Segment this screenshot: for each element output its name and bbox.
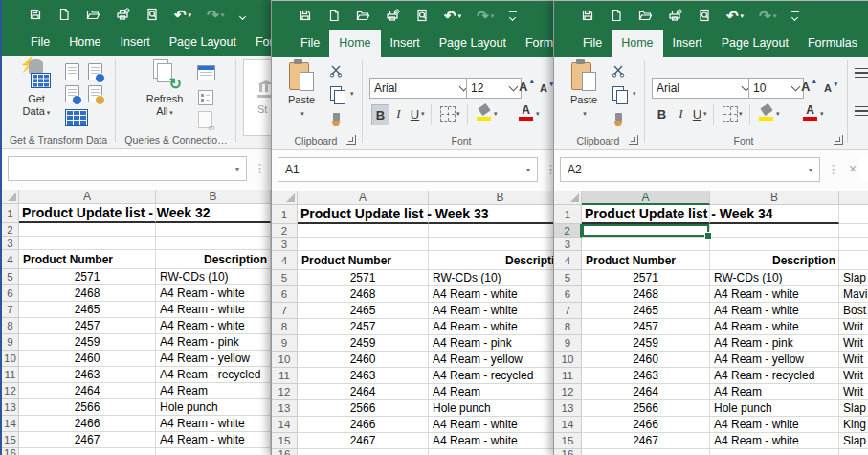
cell-B14[interactable]: A4 Ream - white [710, 417, 839, 433]
cell-B8[interactable]: A4 Ream - white [429, 319, 554, 335]
cell-A13[interactable]: 2566 [298, 400, 429, 417]
cell-A1[interactable]: Product Update list - Week 33 [298, 205, 429, 224]
bold-button[interactable]: B [371, 104, 389, 125]
save-icon[interactable] [299, 9, 312, 22]
cell-A11[interactable]: 2463 [582, 368, 710, 384]
customize-qat-icon[interactable] [791, 14, 799, 16]
row-header-13[interactable]: 13 [554, 400, 582, 417]
tab-formulas[interactable]: Formulas [798, 30, 867, 57]
cell-B13[interactable]: Hole punch [710, 400, 839, 417]
row-header-1[interactable]: 1 [554, 205, 582, 224]
tab-page-layout[interactable]: Page Layout [712, 30, 798, 57]
row-header-6[interactable]: 6 [2, 285, 19, 302]
borders-dropdown-icon[interactable]: ▾ [456, 110, 460, 118]
save-icon[interactable] [29, 8, 42, 21]
cell-B5[interactable]: RW-CDs (10) [710, 270, 839, 286]
cell-B16[interactable] [710, 449, 839, 455]
cell-A9[interactable]: 2459 [298, 335, 429, 352]
cell-A8[interactable]: 2457 [19, 318, 156, 334]
cell-B3[interactable] [710, 238, 839, 251]
italic-button[interactable]: I [390, 104, 407, 124]
row-header-11[interactable]: 11 [554, 368, 582, 384]
cell-A10[interactable]: 2460 [582, 352, 710, 368]
fill-color-dropdown-icon[interactable]: ▾ [776, 110, 780, 118]
queries-connections-icon[interactable] [197, 65, 215, 80]
cell-B11[interactable]: A4 Ream - recycled [710, 368, 839, 384]
cell-A4[interactable]: Product Number [582, 251, 710, 270]
copy-dropdown-icon[interactable]: ▾ [633, 90, 636, 98]
new-file-icon[interactable] [57, 8, 71, 21]
italic-button[interactable]: I [673, 104, 689, 124]
cell-A5[interactable]: 2571 [582, 270, 710, 286]
font-color-dropdown-icon[interactable]: ▾ [536, 110, 540, 118]
cell-B5[interactable]: RW-CDs (10) [156, 269, 271, 285]
open-icon[interactable] [356, 9, 370, 22]
cell-B9[interactable]: A4 Ream - pink [710, 335, 839, 352]
cell-B14[interactable]: A4 Ream - white [156, 416, 271, 432]
row-header-5[interactable]: 5 [554, 270, 582, 286]
cell-B15[interactable]: A4 Ream - white [710, 433, 839, 449]
cell-B7[interactable]: A4 Ream - white [156, 302, 271, 318]
cell-A3[interactable] [298, 238, 429, 251]
column-header-a[interactable]: A [298, 191, 429, 205]
tab-formulas[interactable]: Formulas [516, 30, 554, 57]
align-text-icon[interactable] [855, 68, 868, 79]
row-header-8[interactable]: 8 [2, 318, 19, 334]
paste-button[interactable]: Paste ▾ [562, 60, 606, 120]
cut-button[interactable] [610, 62, 627, 80]
row-header-13[interactable]: 13 [2, 399, 19, 416]
cell-B2[interactable] [710, 224, 839, 238]
cell-B12[interactable]: A4 Ream [156, 383, 271, 399]
cell-B10[interactable]: A4 Ream - yellow [710, 352, 839, 368]
from-text-csv-icon[interactable] [65, 63, 79, 80]
increase-font-size-button[interactable]: A▴ [801, 80, 810, 94]
row-header-15[interactable]: 15 [272, 433, 298, 449]
cell-B4[interactable]: Description [710, 251, 839, 270]
cell-A1[interactable]: Product Update list - Week 32 [19, 204, 156, 223]
cell-A15[interactable]: 2467 [19, 432, 156, 448]
recent-sources-icon[interactable] [88, 63, 102, 80]
print-preview-icon[interactable] [415, 9, 429, 22]
cell-B12[interactable]: A4 Ream [429, 384, 554, 400]
cell-B11[interactable]: A4 Ream - recycled [156, 367, 271, 383]
row-header-4[interactable]: 4 [2, 250, 19, 269]
copy-dropdown-icon[interactable]: ▾ [350, 90, 354, 98]
column-header-b[interactable]: B [429, 191, 554, 205]
row-header-16[interactable]: 16 [2, 448, 19, 455]
cell-B3[interactable] [156, 237, 271, 250]
row-header-16[interactable]: 16 [272, 449, 298, 455]
copy-button[interactable] [327, 84, 345, 102]
cell-A7[interactable]: 2465 [582, 303, 710, 319]
quick-print-icon[interactable] [386, 9, 400, 22]
borders-dropdown-icon[interactable]: ▾ [739, 110, 743, 118]
column-header-a[interactable]: A [582, 191, 710, 205]
cell-A14[interactable]: 2466 [19, 416, 156, 432]
existing-connections-icon[interactable] [88, 85, 102, 102]
cell-A11[interactable]: 2463 [19, 367, 156, 383]
cell-A4[interactable]: Product Number [298, 251, 429, 270]
name-box-dropdown-icon[interactable]: ▾ [809, 166, 812, 174]
column-header-a[interactable]: A [19, 190, 156, 204]
cell-A3[interactable] [19, 237, 156, 250]
row-header-15[interactable]: 15 [2, 432, 19, 448]
properties-icon[interactable] [198, 90, 213, 105]
cell-B8[interactable]: A4 Ream - white [156, 318, 271, 334]
cell-B16[interactable] [429, 449, 554, 455]
formula-cancel-button[interactable]: × [845, 161, 860, 176]
cell-B9[interactable]: A4 Ream - pink [156, 334, 271, 351]
format-painter-button[interactable] [610, 108, 627, 125]
tab-file[interactable]: File [573, 30, 612, 57]
cell-C4[interactable] [839, 251, 868, 270]
cell-A13[interactable]: 2566 [582, 400, 710, 417]
name-box[interactable]: A2 ▾ [560, 157, 820, 182]
cell-B6[interactable]: A4 Ream - white [156, 285, 271, 302]
font-dialog-launcher[interactable] [834, 135, 843, 145]
name-box[interactable]: ▾ [8, 156, 247, 181]
cell-C12[interactable]: Writ [839, 384, 868, 400]
cell-A11[interactable]: 2463 [298, 368, 429, 384]
select-all-button[interactable] [272, 191, 298, 205]
cell-A14[interactable]: 2466 [298, 417, 429, 433]
from-table-range-icon[interactable] [65, 109, 88, 126]
cell-A12[interactable]: 2464 [582, 384, 710, 400]
row-header-4[interactable]: 4 [272, 251, 298, 270]
